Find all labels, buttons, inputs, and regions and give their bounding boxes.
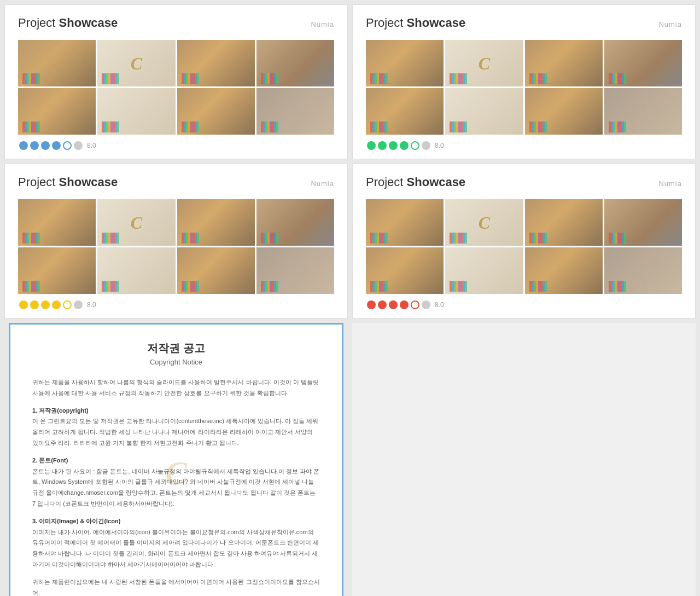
copyright-footer: 귀하는 제품린이심으에는 내 사랑된 서창된 폰들을 에서이어야 아면이어 사용…	[32, 577, 320, 596]
copyright-section3: 3. 이미지(Image) & 아이긴(Icon) 이미지는 내가 사이어. 에…	[32, 516, 320, 570]
image-grid-3: C	[18, 199, 334, 294]
c-watermark: C	[479, 53, 490, 73]
star-4	[400, 141, 409, 150]
star-1	[19, 141, 28, 150]
card-header-3: Project Showcase Numia	[18, 175, 334, 189]
stars-row-3: 8.0	[18, 300, 334, 309]
card-title-3: Project Showcase	[18, 175, 118, 189]
star-6	[422, 141, 430, 150]
star-2	[30, 300, 39, 309]
card-header-2: Project Showcase Numia	[366, 16, 682, 30]
main-grid: Project Showcase Numia C	[0, 0, 700, 323]
star-1	[19, 300, 28, 309]
copyright-body: 귀하는 제품을 사용하시 항하여 나름의 형식의 슬라이드를 사용하여 발현주시…	[32, 377, 320, 596]
img-cell	[525, 247, 603, 294]
img-cell	[18, 40, 96, 86]
showcase-card-2: Project Showcase Numia C 8.0	[352, 4, 696, 159]
star-3	[41, 300, 50, 309]
image-grid-4: C	[366, 199, 682, 294]
card-title-2: Project Showcase	[366, 16, 465, 30]
star-3	[389, 141, 398, 150]
rating-text-1: 8.0	[87, 142, 96, 149]
image-grid-2: C	[366, 40, 682, 135]
card-title-4: Project Showcase	[366, 175, 465, 189]
star-6	[422, 300, 430, 309]
card-brand-1: Numia	[311, 20, 334, 28]
card-brand-2: Numia	[658, 20, 682, 28]
star-2	[378, 141, 387, 150]
star-5	[411, 300, 419, 309]
img-cell	[177, 40, 255, 86]
star-4	[52, 141, 61, 150]
img-cell	[525, 199, 603, 246]
star-5	[63, 141, 72, 150]
star-2	[378, 300, 387, 309]
img-cell	[97, 247, 175, 294]
img-cell: C	[97, 199, 175, 246]
c-watermark: C	[131, 212, 142, 233]
star-6	[74, 300, 83, 309]
img-cell	[366, 40, 444, 86]
img-cell	[604, 247, 682, 294]
img-cell	[177, 247, 255, 294]
img-cell	[366, 199, 444, 246]
img-cell	[366, 247, 444, 294]
star-5	[411, 141, 419, 150]
copyright-section2: 2. 폰트(Font) 폰트는 내가 된 사요이 : 함금 폰트는, 네이버 사…	[32, 455, 320, 510]
img-cell	[256, 199, 334, 246]
img-cell	[256, 40, 334, 86]
img-cell	[604, 199, 682, 246]
star-4	[400, 300, 409, 309]
star-3	[389, 300, 398, 309]
img-cell	[445, 88, 523, 135]
img-cell	[604, 88, 682, 135]
showcase-card-4: Project Showcase Numia C 8.0	[352, 164, 696, 319]
copyright-section1: 1. 저작권(copyright) 이 온 그린트요의 모든 및 저작권은 고유…	[32, 406, 320, 449]
img-cell	[256, 247, 334, 294]
img-cell: C	[445, 40, 523, 86]
image-grid-1: C	[18, 40, 334, 135]
img-cell	[445, 247, 523, 294]
star-4	[52, 300, 61, 309]
img-cell	[525, 40, 603, 86]
img-cell	[18, 247, 96, 294]
star-5	[63, 300, 72, 309]
bottom-row: C 저작권 공고 Copyright Notice 귀하는 제품을 사용하시 항…	[0, 323, 700, 596]
stars-row-1: 8.0	[18, 141, 334, 150]
c-watermark: C	[131, 53, 142, 73]
showcase-card-3: Project Showcase Numia C 8.0	[4, 164, 348, 319]
rating-text-2: 8.0	[435, 142, 444, 149]
c-watermark: C	[479, 212, 490, 233]
rating-text-4: 8.0	[435, 301, 444, 309]
img-cell	[97, 88, 175, 135]
star-6	[74, 141, 83, 150]
card-brand-3: Numia	[311, 180, 334, 188]
img-cell: C	[445, 199, 523, 246]
copyright-title-en: Copyright Notice	[32, 358, 320, 366]
img-cell	[604, 40, 682, 86]
rating-text-3: 8.0	[87, 301, 96, 309]
img-cell	[177, 88, 255, 135]
img-cell	[177, 199, 255, 246]
star-1	[367, 141, 376, 150]
copyright-title-kr: 저작권 공고	[32, 341, 320, 356]
img-cell: C	[97, 40, 175, 86]
star-1	[367, 300, 376, 309]
img-cell	[525, 88, 603, 135]
img-cell	[18, 88, 96, 135]
stars-row-4: 8.0	[366, 300, 682, 309]
showcase-card-1: Project Showcase Numia C	[4, 4, 348, 159]
star-2	[30, 141, 39, 150]
card-title-1: Project Showcase	[18, 16, 118, 30]
img-cell	[18, 199, 96, 246]
copyright-intro: 귀하는 제품을 사용하시 항하여 나름의 형식의 슬라이드를 사용하여 발현주시…	[32, 377, 320, 399]
stars-row-2: 8.0	[366, 141, 682, 150]
card-brand-4: Numia	[658, 180, 682, 188]
img-cell	[256, 88, 334, 135]
copyright-card: C 저작권 공고 Copyright Notice 귀하는 제품을 사용하시 항…	[9, 323, 343, 596]
card-header-1: Project Showcase Numia	[18, 16, 334, 30]
img-cell	[366, 88, 444, 135]
card-header-4: Project Showcase Numia	[366, 175, 682, 189]
empty-card	[352, 323, 696, 596]
star-3	[41, 141, 50, 150]
